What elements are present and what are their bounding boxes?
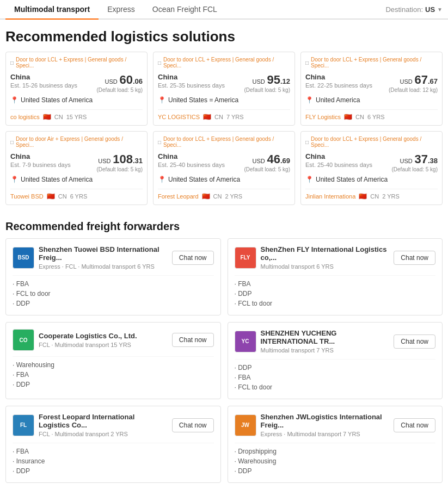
chat-now-button[interactable]: Chat now — [172, 333, 214, 347]
forwarder-meta: Multimodal transport 6 YRS — [261, 263, 390, 270]
flag-icon: 🇨🇳 — [43, 113, 51, 121]
card-cents: .69 — [280, 157, 290, 165]
card-company: Jinlian Internationa — [305, 193, 355, 200]
card-days: Est. 25-40 business days — [158, 162, 225, 168]
card-dest-label: United America — [316, 96, 360, 104]
forwarder-name: Cooperate Logistics Co., Ltd. — [39, 332, 168, 340]
forwarder-meta: FCL · Multimodal transport 15 YRS — [39, 342, 168, 348]
pin-icon: 📍 — [10, 176, 19, 183]
service-item: FBA — [13, 447, 214, 456]
card-dest-label: United States of America — [21, 176, 93, 183]
forwarder-info: Shenzhen JWLogistics International Freig… — [256, 413, 394, 437]
card-country: CN — [214, 114, 223, 120]
card-origin: China — [305, 152, 372, 160]
forwarder-card: CO Cooperate Logistics Co., Ltd. FCL · M… — [5, 322, 221, 399]
card-country: CN — [355, 114, 364, 120]
service-item: DDP — [13, 299, 214, 308]
pin-icon: 📍 — [158, 176, 166, 183]
card-currency: USD — [400, 78, 413, 85]
forwarder-logo: CO — [13, 329, 34, 351]
logistics-card[interactable]: □ Door to door LCL + Express | General g… — [153, 131, 295, 205]
chat-now-button[interactable]: Chat now — [172, 418, 214, 432]
card-service-type: Door to door LCL + Express | General goo… — [311, 136, 438, 148]
card-currency: USD — [253, 158, 265, 164]
forwarder-card: FLY ShenZhen FLY International Logistics… — [228, 238, 443, 315]
flag-icon: 🇨🇳 — [47, 193, 55, 200]
logistics-card[interactable]: □ Door to door Air + Express | General g… — [5, 131, 148, 205]
forwarder-info: ShenZhen FLY International Logistics co,… — [256, 245, 394, 270]
service-item: Warehousing — [235, 456, 436, 466]
card-origin: China — [158, 73, 225, 81]
card-service-type: Door to door LCL + Express | General goo… — [16, 57, 143, 69]
card-footer: Tuowei BSD 🇨🇳 CN 6 YRS — [10, 189, 143, 200]
forwarder-logo: BSD — [13, 247, 34, 269]
door-icon: □ — [158, 60, 161, 66]
forwarder-name: Shenzhen Tuowei BSD International Freig.… — [39, 245, 168, 262]
card-years: 2 YRS — [225, 193, 243, 200]
nav-express[interactable]: Express — [99, 0, 144, 20]
forwarder-info: Forest Leopard International Logistics C… — [34, 413, 172, 437]
service-item: Warehousing — [13, 360, 214, 370]
card-tags: □ Door to door LCL + Express | General g… — [158, 136, 290, 148]
page-title: Recommended logistics solutions — [0, 20, 448, 52]
service-item: FBA — [13, 370, 214, 380]
navigation-bar: Multimodal transport Express Ocean Freig… — [0, 0, 448, 20]
logistics-card[interactable]: □ Door to door LCL + Express | General g… — [153, 52, 295, 126]
forwarder-card: JW Shenzhen JWLogistics International Fr… — [228, 406, 443, 483]
service-item: DDP — [235, 363, 436, 373]
card-days: Est. 7-9 business days — [10, 162, 71, 168]
card-destination: 📍 United America — [305, 96, 438, 104]
logistics-card[interactable]: □ Door to door LCL + Express | General g… — [300, 131, 443, 205]
card-origin: China — [10, 152, 71, 160]
door-icon: □ — [10, 139, 14, 145]
chat-now-button[interactable]: Chat now — [172, 251, 214, 265]
service-item: FBA — [13, 279, 214, 289]
forwarder-services: DDPFBAFCL to door — [235, 359, 436, 392]
card-country: CN — [54, 114, 63, 120]
service-item: FCL to door — [13, 289, 214, 299]
card-country: CN — [370, 193, 379, 200]
card-load: (Default load: 5 kg) — [244, 166, 291, 172]
logistics-cards-grid: □ Door to door LCL + Express | General g… — [0, 52, 448, 214]
chat-now-button[interactable]: Chat now — [394, 418, 435, 432]
card-service-type: Door to door LCL + Express | General goo… — [163, 136, 290, 148]
card-company: Forest Leopard — [158, 193, 199, 200]
forwarder-services: FBAFCL to doorDDP — [13, 275, 214, 308]
pin-icon: 📍 — [158, 96, 166, 104]
card-service-type: Door to door LCL + Express | General goo… — [163, 57, 290, 69]
card-currency: USD — [400, 158, 413, 164]
card-amount: 67 — [414, 73, 427, 86]
forwarder-services: FBAInsuranceDDP — [13, 443, 214, 476]
forwarder-name: Shenzhen JWLogistics International Freig… — [261, 413, 390, 429]
service-item: DDP — [13, 466, 214, 476]
card-load: (Default load: 5 kg) — [97, 87, 143, 93]
card-tags: □ Door to door LCL + Express | General g… — [305, 136, 438, 148]
card-cents: .67 — [428, 77, 438, 85]
service-item: DDP — [235, 466, 436, 476]
card-country: CN — [213, 193, 222, 200]
door-icon: □ — [305, 139, 309, 145]
nav-multimodal[interactable]: Multimodal transport — [5, 0, 99, 20]
service-item: FCL to door — [235, 382, 436, 392]
pin-icon: 📍 — [305, 176, 314, 183]
card-dest-label: United States of America — [168, 176, 240, 183]
service-item: Dropshipping — [235, 447, 436, 456]
forwarder-logo: FL — [13, 414, 34, 436]
forwarder-name: ShenZhen FLY International Logistics co,… — [261, 245, 390, 262]
forwarder-card: YC SHENZHEN YUCHENG INTERNATIONAL TR... … — [228, 322, 443, 399]
card-days: Est. 15-26 business days — [10, 82, 77, 89]
flag-icon: 🇨🇳 — [203, 113, 211, 121]
logistics-card[interactable]: □ Door to door LCL + Express | General g… — [300, 52, 443, 126]
card-amount: 60 — [119, 73, 132, 86]
chat-now-button[interactable]: Chat now — [394, 251, 435, 265]
card-footer: YC LOGISTICS 🇨🇳 CN 7 YRS — [158, 109, 290, 121]
chat-now-button[interactable]: Chat now — [394, 334, 435, 349]
service-item: FBA — [235, 373, 436, 382]
card-destination: 📍 United States of America — [158, 176, 290, 183]
card-currency: USD — [253, 78, 265, 85]
logistics-card[interactable]: □ Door to door LCL + Express | General g… — [5, 52, 148, 126]
card-origin: China — [158, 152, 225, 160]
nav-ocean-freight[interactable]: Ocean Freight FCL — [144, 0, 226, 20]
destination-selector[interactable]: Destination: US ▼ — [385, 5, 443, 14]
card-footer: Jinlian Internationa 🇨🇳 CN 2 YRS — [305, 189, 438, 200]
